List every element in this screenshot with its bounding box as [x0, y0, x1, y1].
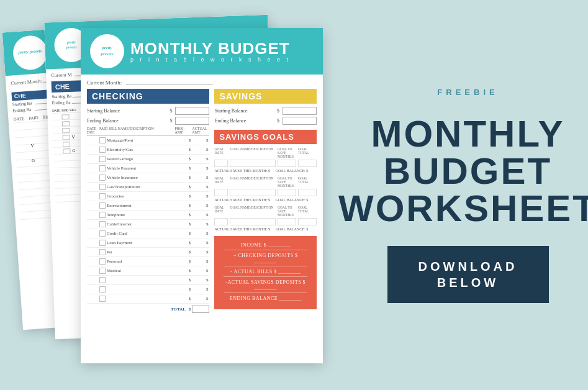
- list-item: Loan Payment $$: [87, 240, 209, 248]
- goal-row-2: [214, 189, 317, 196]
- goal-row-3: [214, 218, 317, 225]
- left-section: pretty presets MONTHLY BUDGET p r i n t …: [0, 0, 348, 390]
- bill-checkbox: [99, 137, 106, 143]
- savings-starting-box: [283, 107, 317, 115]
- list-item: Pet $$: [87, 249, 209, 257]
- list-item: $$: [87, 286, 209, 294]
- savings-section: SAVINGS Starting Balance $ Ending Balanc…: [214, 89, 317, 313]
- logo-front: prettypresets: [90, 34, 124, 68]
- list-item: $$: [87, 296, 209, 304]
- savings-ending-box: [283, 117, 317, 125]
- logo-back: pretty presets: [12, 34, 48, 71]
- list-item: Telephone $$: [87, 212, 209, 220]
- list-item: Gas/Transportation $$: [87, 184, 209, 192]
- summary-checking: + CHECKING DEPOSITS $ ________: [224, 253, 307, 266]
- main-title-block: MONTHLY BUDGET WORKSHEET: [338, 116, 588, 227]
- list-item: Vehicle Insurance $$: [87, 175, 209, 183]
- savings-ending-label: Ending Balance: [214, 118, 274, 124]
- savings-starting-label: Starting Balance: [214, 108, 274, 114]
- col-header-date: DATE DUE: [87, 127, 99, 134]
- savings-goals-title: SAVINGS GOALS: [214, 130, 317, 144]
- col-header-proj: PROJ. AMT: [174, 127, 192, 134]
- title-line2: BUDGET: [338, 153, 588, 190]
- col-header-paid: PAID: [99, 127, 109, 134]
- sheet-front: prettypresets MONTHLY BUDGET p r i n t a…: [81, 28, 323, 363]
- current-month-label: Current Month:: [87, 79, 317, 86]
- starting-balance-box: [175, 107, 209, 115]
- summary-income: INCOME $ ________: [224, 242, 307, 250]
- savings-title: SAVINGS: [214, 89, 317, 104]
- title-line1: MONTHLY: [338, 116, 588, 153]
- list-item: Personal $$: [87, 258, 209, 266]
- col-header-name: BILL NAME/DESCRIPTION: [109, 127, 174, 134]
- list-item: Entertainment $$: [87, 202, 209, 211]
- list-item: Cable/Internet $$: [87, 221, 209, 229]
- freebie-label: FREEBIE: [437, 88, 498, 97]
- ending-balance-label: Ending Balance: [87, 118, 166, 124]
- download-line1: DOWNLOAD: [412, 258, 524, 274]
- summary-bills: - ACTUAL BILLS $ ________: [224, 269, 307, 277]
- list-item: Water/Garbage $$: [87, 156, 209, 164]
- right-section: FREEBIE MONTHLY BUDGET WORKSHEET DOWNLOA…: [348, 0, 588, 390]
- checking-title: CHECKING: [87, 89, 209, 104]
- list-item: Electricity/Gas $$: [87, 147, 209, 155]
- download-button[interactable]: DOWNLOAD BELOW: [387, 246, 549, 303]
- col-header-act: ACTUAL AMT: [192, 127, 209, 134]
- back-checking-label: CHE: [14, 93, 27, 99]
- download-line2: BELOW: [412, 274, 524, 291]
- checking-section: CHECKING Starting Balance $ Ending Balan…: [87, 89, 209, 313]
- actual-saved-2: ACTUAL SAVED THIS MONTH: $ GOAL BALANCE:…: [214, 198, 317, 202]
- list-item: $$: [87, 277, 209, 285]
- list-item: Mortgage/Rent $ $: [87, 137, 209, 145]
- title-line3: WORKSHEET: [338, 190, 588, 227]
- list-item: Vehicle Payment $$: [87, 165, 209, 173]
- summary-section: INCOME $ ________ + CHECKING DEPOSITS $ …: [214, 236, 317, 309]
- summary-savings: -ACTUAL SAVINGS DEPOSITS $ ________: [224, 279, 307, 293]
- actual-saved-3: ACTUAL SAVED THIS MONTH: $ GOAL BALANCE:…: [214, 227, 317, 231]
- starting-balance-label: Starting Balance: [87, 108, 166, 114]
- ending-balance-box: [175, 117, 209, 125]
- bill-name: Mortgage/Rent: [107, 138, 174, 143]
- list-item: Groceries $$: [87, 193, 209, 201]
- logo-text: prettypresets: [101, 45, 114, 57]
- list-item: Credit Card $$: [87, 230, 209, 238]
- list-item: Medical $$: [87, 268, 209, 276]
- goal-row-1: [214, 160, 317, 167]
- actual-saved-1: ACTUAL SAVED THIS MONTH: $ GOAL BALANCE:…: [214, 169, 317, 173]
- total-row: TOTAL $: [87, 306, 209, 313]
- front-header-sub: p r i n t a b l e w o r k s h e e t: [130, 57, 291, 63]
- summary-ending: ENDING BALANCE ________: [224, 296, 307, 303]
- front-header-title: MONTHLY BUDGET: [130, 40, 291, 57]
